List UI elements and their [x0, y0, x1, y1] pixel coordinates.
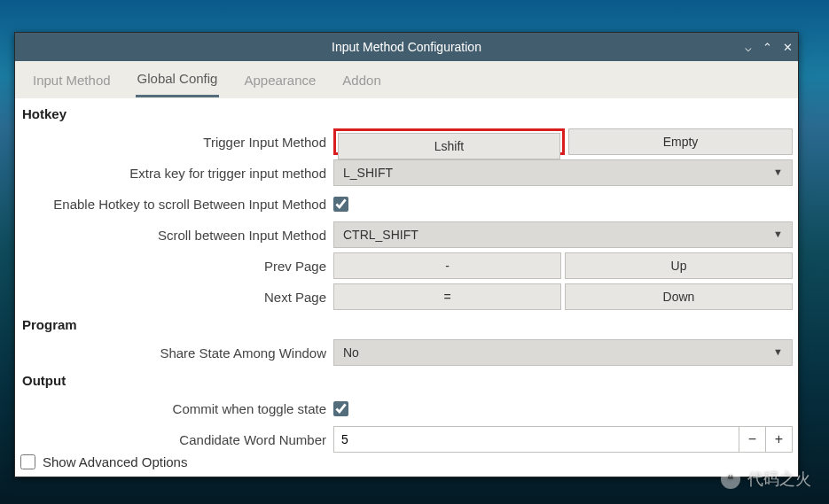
trigger-button-2[interactable]: Empty — [568, 128, 793, 155]
next-page-label: Next Page — [20, 290, 333, 305]
enable-scroll-label: Enable Hotkey to scroll Between Input Me… — [20, 197, 333, 212]
row-enable-scroll: Enable Hotkey to scroll Between Input Me… — [20, 189, 793, 219]
candidate-spinbox: − + — [333, 426, 793, 453]
row-trigger: Trigger Input Method Lshift Empty — [20, 127, 793, 157]
tab-bar: Input Method Global Config Appearance Ad… — [15, 61, 798, 98]
share-state-combo[interactable]: No — [333, 339, 793, 366]
section-hotkey-title: Hotkey — [22, 106, 793, 121]
window-title: Input Method Configuration — [332, 40, 481, 54]
share-state-value: No — [343, 345, 359, 360]
section-output-title: Output — [22, 373, 793, 388]
extra-key-label: Extra key for trigger input method — [20, 166, 333, 181]
tab-appearance[interactable]: Appearance — [242, 64, 317, 97]
extra-key-value: L_SHIFT — [343, 166, 393, 180]
tab-input-method[interactable]: Input Method — [31, 64, 113, 97]
show-advanced-label: Show Advanced Options — [43, 454, 187, 469]
next-page-button-2[interactable]: Down — [565, 283, 793, 310]
trigger-button-1[interactable]: Lshift — [338, 133, 560, 159]
scroll-combo[interactable]: CTRL_SHIFT — [333, 221, 793, 248]
row-commit-toggle: Commit when toggle state — [20, 393, 793, 423]
config-window: Input Method Configuration ⌵ ⌃ ✕ Input M… — [14, 32, 799, 477]
row-prev-page: Prev Page - Up — [20, 251, 793, 281]
enable-scroll-checkbox[interactable] — [333, 197, 348, 212]
trigger-highlight: Lshift — [333, 128, 565, 155]
maximize-icon[interactable]: ⌃ — [763, 41, 772, 54]
prev-page-label: Prev Page — [20, 259, 333, 274]
row-next-page: Next Page = Down — [20, 282, 793, 312]
extra-key-combo[interactable]: L_SHIFT — [333, 159, 793, 186]
commit-toggle-label: Commit when toggle state — [20, 401, 333, 416]
titlebar: Input Method Configuration ⌵ ⌃ ✕ — [15, 33, 798, 61]
section-program-title: Program — [22, 317, 793, 332]
prev-page-button-1[interactable]: - — [333, 252, 561, 279]
scroll-value: CTRL_SHIFT — [343, 228, 418, 242]
minimize-icon[interactable]: ⌵ — [745, 41, 752, 54]
footer: Show Advanced Options — [20, 454, 187, 469]
share-state-label: Share State Among Window — [20, 345, 333, 361]
content-area: Hotkey Trigger Input Method Lshift Empty… — [15, 98, 798, 477]
next-page-button-1[interactable]: = — [333, 283, 561, 310]
commit-toggle-checkbox[interactable] — [333, 401, 348, 416]
window-controls: ⌵ ⌃ ✕ — [745, 33, 793, 61]
candidate-label: Candidate Word Number — [20, 432, 333, 447]
row-candidate: Candidate Word Number − + — [20, 424, 793, 454]
candidate-minus-button[interactable]: − — [739, 426, 766, 453]
row-share-state: Share State Among Window No — [20, 337, 793, 368]
close-icon[interactable]: ✕ — [783, 41, 793, 54]
tab-addon[interactable]: Addon — [340, 64, 382, 97]
row-extra-key: Extra key for trigger input method L_SHI… — [20, 158, 793, 188]
prev-page-button-2[interactable]: Up — [565, 252, 793, 279]
candidate-input[interactable] — [333, 426, 739, 453]
row-scroll: Scroll between Input Method CTRL_SHIFT — [20, 220, 793, 250]
show-advanced-checkbox[interactable] — [20, 454, 35, 469]
candidate-plus-button[interactable]: + — [766, 426, 793, 453]
trigger-label: Trigger Input Method — [20, 135, 333, 150]
tab-global-config[interactable]: Global Config — [136, 62, 220, 97]
scroll-label: Scroll between Input Method — [20, 228, 333, 243]
